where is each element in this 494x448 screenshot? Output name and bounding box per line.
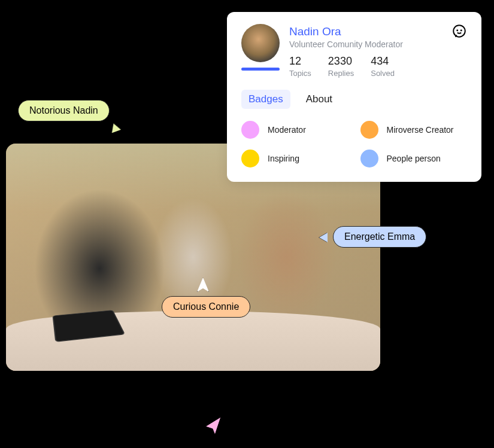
cursor-tag-connie[interactable]: Curious Connie [162,296,250,318]
tab-badges[interactable]: Badges [241,90,290,109]
cursor-tag-nadin[interactable]: Notorious Nadin [18,100,110,121]
stat-solved-label: Solved [371,69,395,78]
badge-label-miroverse: Miroverse Creator [387,125,454,135]
profile-role: Volunteer Comunity Moderator [289,39,403,49]
profile-tabs: Badges About [241,90,467,109]
badge-dot-miroverse [360,121,378,139]
badge-label-moderator: Moderator [268,125,306,135]
badge-miroverse[interactable]: Miroverse Creator [360,121,468,139]
stat-replies-label: Replies [328,69,354,78]
stat-topics[interactable]: 12 Topics [289,55,311,78]
stat-replies[interactable]: 2330 Replies [328,55,354,78]
profile-info: Nadin Ora Volunteer Comunity Moderator 1… [289,24,403,78]
badge-dot-inspiring [241,150,259,167]
svg-point-1 [457,30,457,31]
stat-solved[interactable]: 434 Solved [371,55,395,78]
badge-inspiring[interactable]: Inspiring [241,150,348,167]
profile-stats: 12 Topics 2330 Replies 434 Solved [289,55,403,78]
profile-name[interactable]: Nadin Ora [289,25,403,38]
badge-moderator[interactable]: Moderator [241,121,348,139]
badge-dot-people [360,150,378,167]
stat-topics-value: 12 [289,55,311,68]
badge-label-inspiring: Inspiring [268,154,299,163]
cursor-icon [204,416,222,436]
profile-card: Nadin Ora Volunteer Comunity Moderator 1… [227,12,481,182]
badge-people[interactable]: People person [360,150,468,167]
svg-point-2 [461,30,462,31]
svg-point-0 [453,25,465,36]
badges-grid: Moderator Miroverse Creator Inspiring Pe… [241,121,467,167]
stat-replies-value: 2330 [328,55,354,68]
cursor-tag-emma[interactable]: Energetic Emma [333,226,426,248]
chat-icon[interactable] [451,24,467,39]
stat-topics-label: Topics [289,69,311,78]
tab-about[interactable]: About [299,90,340,109]
badge-label-people: People person [387,154,441,163]
avatar-indicator [241,68,280,71]
stat-solved-value: 434 [371,55,395,68]
avatar[interactable] [241,24,280,62]
badge-dot-moderator [241,121,259,139]
profile-header: Nadin Ora Volunteer Comunity Moderator 1… [241,24,467,78]
